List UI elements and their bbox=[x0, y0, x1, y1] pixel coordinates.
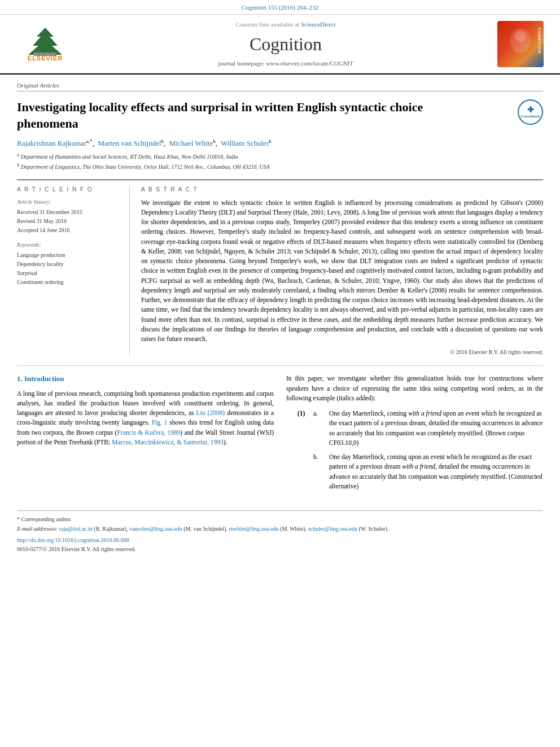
email-rajkumar[interactable]: raja@iitd.ac.in bbox=[59, 526, 93, 532]
svg-point-6 bbox=[515, 31, 526, 42]
example-sub: a. One day Maeterlinck, coming with a fr… bbox=[313, 409, 543, 496]
author-white[interactable]: Michael White bbox=[169, 139, 213, 147]
accepted-date: Accepted 14 June 2016 bbox=[17, 226, 124, 234]
abstract-text: We investigate the extent to which synta… bbox=[141, 198, 543, 344]
example-item-1: (1) a. One day Maeterlinck, coming with … bbox=[298, 409, 543, 496]
intro-col-left: 1. Introduction A long line of previous … bbox=[17, 374, 274, 501]
author-schijndel[interactable]: Marten van Schijndel bbox=[98, 139, 161, 147]
article-title: Investigating locality effects and surpr… bbox=[17, 99, 457, 132]
corresponding-note: * Corresponding author. bbox=[17, 516, 543, 523]
abstract-label: A B S T R A C T bbox=[141, 186, 543, 194]
affiliations: a Department of Humanities and Social Sc… bbox=[17, 152, 543, 172]
email-label: E-mail addresses: bbox=[17, 526, 58, 532]
revised-date: Revised 31 May 2016 bbox=[17, 217, 124, 225]
received-date: Received 31 December 2015 bbox=[17, 208, 124, 216]
doi-line: http://dx.doi.org/10.1016/j.cognition.20… bbox=[17, 536, 543, 544]
keyword-2: Dependency locality bbox=[17, 260, 124, 268]
svg-text:ELSEVIER: ELSEVIER bbox=[28, 55, 63, 62]
francis-link[interactable]: Francis & Kučera, 1989 bbox=[117, 429, 180, 436]
article-info-col: A R T I C L E I N F O Article history: R… bbox=[17, 186, 130, 357]
authors-line: Rajakrishnan Rajkumara,*, Marten van Sch… bbox=[17, 138, 543, 149]
cognition-badge-svg: COGNITION bbox=[497, 21, 544, 67]
sciencedirect-line: Contents lists available at ScienceDirec… bbox=[79, 20, 492, 29]
section-divider bbox=[17, 365, 543, 366]
intro-para-1: A long line of previous research, compri… bbox=[17, 389, 274, 448]
email-note: E-mail addresses: raja@iitd.ac.in (R. Ra… bbox=[17, 525, 543, 533]
journal-header-center: Contents lists available at ScienceDirec… bbox=[79, 20, 492, 68]
example-a-letter: a. bbox=[313, 409, 325, 448]
cognition-badge-area: COGNITION bbox=[492, 21, 549, 67]
example-b-content: One day Maeterlinck, coming upon an even… bbox=[329, 452, 543, 491]
intro-col-right: In this paper, we investigate whether th… bbox=[286, 374, 543, 501]
citation-bar: Cognition 155 (2016) 204–232 bbox=[0, 0, 560, 15]
introduction-section: 1. Introduction A long line of previous … bbox=[17, 374, 543, 501]
section-label: Original Articles bbox=[17, 81, 543, 91]
abstract-col: A B S T R A C T We investigate the exten… bbox=[141, 186, 543, 357]
footnotes: * Corresponding author. E-mail addresses… bbox=[17, 510, 543, 553]
affiliation-a: a Department of Humanities and Social Sc… bbox=[17, 152, 543, 161]
liu2008-link[interactable]: Liu (2008) bbox=[196, 409, 225, 416]
keyword-3: Surprisal bbox=[17, 269, 124, 277]
email-schijndel[interactable]: vanschm@ling.osu.edu bbox=[129, 526, 182, 532]
info-abstract-section: A R T I C L E I N F O Article history: R… bbox=[17, 180, 543, 357]
page-container: Cognition 155 (2016) 204–232 ELSEVIER Co… bbox=[0, 0, 560, 565]
journal-header: ELSEVIER Contents lists available at Sci… bbox=[0, 15, 560, 75]
doi-link[interactable]: http://dx.doi.org/10.1016/j.cognition.20… bbox=[17, 537, 129, 543]
title-row: Investigating locality effects and surpr… bbox=[17, 95, 543, 137]
crossmark-text: ✚ CrossMark bbox=[520, 106, 540, 119]
example-a-content: One day Maeterlinck, coming with a frien… bbox=[329, 409, 543, 448]
intro-para-2: In this paper, we investigate whether th… bbox=[286, 374, 543, 403]
keywords-group: Keywords: Language production Dependency… bbox=[17, 241, 124, 286]
article-info-label: A R T I C L E I N F O bbox=[17, 186, 124, 194]
email-schuler[interactable]: schuler@ling.osu.edu bbox=[308, 526, 357, 532]
copyright-text: © 2016 Elsevier B.V. All rights reserved… bbox=[141, 348, 543, 356]
main-content: Original Articles Investigating locality… bbox=[0, 75, 560, 565]
example-1b: b. One day Maeterlinck, coming upon an e… bbox=[313, 452, 543, 491]
elsevier-logo-area: ELSEVIER bbox=[11, 27, 79, 62]
intro-heading: 1. Introduction bbox=[17, 374, 274, 384]
example-1: (1) a. One day Maeterlinck, coming with … bbox=[298, 409, 543, 496]
keyword-4: Constituent ordering bbox=[17, 278, 124, 286]
marcus-link[interactable]: Marcus, Marcinkiewicz, & Santorini, 1993 bbox=[112, 439, 224, 445]
history-group: Article history: Received 31 December 20… bbox=[17, 198, 124, 234]
keywords-label: Keywords: bbox=[17, 241, 124, 249]
elsevier-logo-svg: ELSEVIER bbox=[17, 27, 73, 62]
example-number: (1) bbox=[298, 409, 309, 496]
author-schuler[interactable]: William Schuler bbox=[221, 139, 269, 147]
journal-title: Cognition bbox=[79, 32, 492, 57]
email-white[interactable]: mwhite@ling.osu.edu bbox=[229, 526, 279, 532]
author-rajkumar[interactable]: Rajakrishnan Rajkumar bbox=[17, 139, 86, 147]
cognition-badge: COGNITION bbox=[497, 21, 544, 67]
example-1a: a. One day Maeterlinck, coming with a fr… bbox=[313, 409, 543, 448]
affiliation-b: b Department of Linguistics, The Ohio St… bbox=[17, 162, 543, 171]
example-b-letter: b. bbox=[313, 452, 325, 491]
sciencedirect-link[interactable]: ScienceDirect bbox=[301, 21, 336, 28]
fig1-link[interactable]: Fig. 1 bbox=[152, 419, 168, 426]
email-addresses: raja@iitd.ac.in (R. Rajkumar), vanschm@l… bbox=[59, 526, 389, 532]
keyword-1: Language production bbox=[17, 251, 124, 259]
crossmark-badge[interactable]: ✚ CrossMark bbox=[518, 99, 543, 125]
history-label: Article history: bbox=[17, 198, 124, 206]
citation-text: Cognition 155 (2016) 204–232 bbox=[242, 4, 319, 11]
issn-line: 0010-0277/© 2016 Elsevier B.V. All right… bbox=[17, 545, 543, 553]
svg-text:COGNITION: COGNITION bbox=[537, 28, 541, 54]
journal-homepage: journal homepage: www.elsevier.com/locat… bbox=[79, 59, 492, 68]
